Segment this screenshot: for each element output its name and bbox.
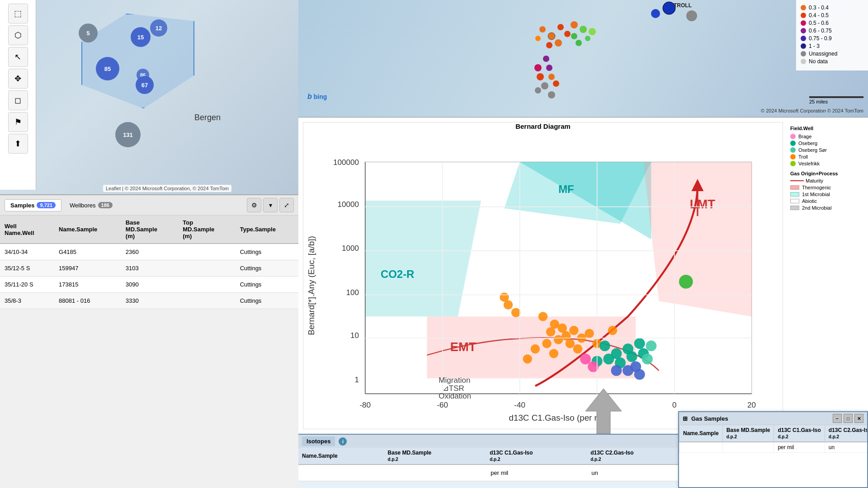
pointer-tool[interactable]: ↖ bbox=[8, 47, 28, 67]
legend-dot bbox=[801, 36, 806, 41]
field-well-item: Oseberg Sør bbox=[790, 147, 860, 153]
move-tool[interactable]: ✥ bbox=[8, 69, 28, 89]
samples-badge: 9,721 bbox=[37, 202, 56, 208]
legend-item: 1 - 3 bbox=[801, 43, 863, 49]
troll-label: TROLL bbox=[674, 2, 692, 9]
dropdown-button[interactable]: ▾ bbox=[263, 198, 278, 212]
settings-button[interactable]: ⚙ bbox=[247, 198, 261, 212]
table-row: 35/11-20 S 173815 3090 Cuttings bbox=[0, 277, 298, 293]
svg-point-50 bbox=[573, 344, 583, 354]
map-cluster-15: 15 bbox=[131, 27, 151, 47]
gs-col-base-md: Base MD.Sampled.p.2 bbox=[722, 425, 774, 442]
cell-well: 34/10-34 bbox=[0, 244, 54, 260]
map-cluster-5: 5 bbox=[79, 23, 98, 42]
iso-unit-2 bbox=[384, 465, 486, 481]
field-well-item: Troll bbox=[790, 154, 860, 160]
svg-text:10000: 10000 bbox=[338, 200, 359, 209]
lasso-tool[interactable]: ⬡ bbox=[8, 25, 28, 45]
process-item: Thermogenic bbox=[790, 185, 860, 190]
legend-label: Unassigned bbox=[809, 51, 837, 57]
upload-tool[interactable]: ⬆ bbox=[8, 134, 28, 154]
restore-button[interactable]: □ bbox=[844, 414, 853, 423]
gs-col-name: Name.Sample bbox=[679, 425, 723, 442]
svg-point-7 bbox=[571, 21, 578, 28]
map-cluster-85: 85 bbox=[96, 57, 119, 80]
maturity-label: Maturity bbox=[806, 178, 823, 183]
field-well-dot bbox=[790, 141, 796, 146]
svg-point-18 bbox=[541, 82, 548, 89]
svg-point-12 bbox=[589, 28, 596, 35]
eraser-tool[interactable]: ◻ bbox=[8, 90, 28, 110]
field-well-dot bbox=[790, 161, 796, 166]
gas-samples-titlebar: ⊞ Gas Samples − □ ✕ bbox=[679, 412, 867, 425]
svg-point-52 bbox=[523, 354, 533, 364]
legend-dot bbox=[801, 13, 806, 18]
svg-point-71 bbox=[611, 365, 622, 376]
legend-label: 1 - 3 bbox=[809, 43, 820, 49]
cell-name: 88081 - 016 bbox=[54, 293, 121, 309]
left-panel: ⬚ ⬡ ↖ ✥ ◻ ⚑ ⬆ 5 12 15 85 86 67 131 Berge… bbox=[0, 0, 298, 488]
svg-point-4 bbox=[555, 39, 562, 47]
cell-well: 35/11-20 S bbox=[0, 277, 54, 293]
col-name-sample: Name.Sample bbox=[54, 216, 121, 244]
cell-type: Cuttings bbox=[236, 244, 298, 260]
tab-samples[interactable]: Samples 9,721 bbox=[5, 199, 61, 211]
bing-map: TROLL 25 miles b bing © 2024 Microsoft C… bbox=[298, 0, 868, 117]
svg-point-63 bbox=[623, 343, 633, 354]
svg-point-47 bbox=[585, 329, 594, 338]
svg-point-53 bbox=[511, 308, 521, 318]
svg-point-55 bbox=[500, 292, 509, 302]
gs-col-d13c-c2: d13C C2.Gas-Isod.p.2 bbox=[825, 425, 867, 442]
close-button[interactable]: ✕ bbox=[854, 414, 863, 423]
select-box-tool[interactable]: ⬚ bbox=[8, 4, 28, 23]
expand-button[interactable]: ⤢ bbox=[279, 198, 294, 212]
svg-marker-30 bbox=[643, 162, 751, 316]
flag-tool[interactable]: ⚑ bbox=[8, 112, 28, 132]
tab-wellbores[interactable]: Wellbores 186 bbox=[64, 200, 118, 211]
col-type-sample: Type.Sample bbox=[236, 216, 298, 244]
gs-unit-2 bbox=[722, 442, 774, 453]
field-well-item: Brage bbox=[790, 134, 860, 139]
process-label: Abiotic bbox=[802, 198, 817, 204]
table-row: 35/8-3 88081 - 016 3330 Cuttings bbox=[0, 293, 298, 309]
bernard-legend: Field.Well BrageOsebergOseberg SørTrollV… bbox=[787, 122, 863, 429]
field-well-item: Oseberg bbox=[790, 141, 860, 146]
arrow-indicator bbox=[585, 389, 622, 434]
gs-unit-4: un bbox=[825, 442, 867, 453]
svg-text:-40: -40 bbox=[514, 401, 525, 409]
field-well-label: Oseberg bbox=[798, 141, 817, 146]
legend-item: 0.75 - 0.9 bbox=[801, 35, 863, 42]
svg-point-9 bbox=[580, 26, 587, 33]
process-label: 1st Microbial bbox=[802, 192, 830, 197]
field-well-label: Veslefrikk bbox=[798, 161, 820, 166]
svg-point-8 bbox=[571, 33, 577, 39]
field-well-dot bbox=[790, 134, 796, 139]
svg-text:0: 0 bbox=[672, 401, 677, 409]
process-swatch bbox=[790, 199, 799, 203]
process-item: Abiotic bbox=[790, 198, 860, 204]
svg-point-21 bbox=[548, 91, 555, 99]
field-well-title: Field.Well bbox=[790, 126, 860, 131]
legend-label: 0.3 - 0.4 bbox=[809, 5, 829, 11]
col-d13c-c2: d13C C2.Gas-Isod.p.2 bbox=[587, 448, 688, 465]
map-cluster-131: 131 bbox=[115, 122, 141, 147]
legend-dot bbox=[801, 43, 806, 49]
svg-point-44 bbox=[542, 339, 552, 348]
svg-point-69 bbox=[623, 365, 633, 376]
field-well-dot bbox=[790, 154, 796, 160]
svg-point-24 bbox=[686, 10, 697, 21]
map-cluster-12: 12 bbox=[150, 19, 167, 37]
svg-point-15 bbox=[546, 65, 552, 71]
table-row: 35/12-5 S 159947 3103 Cuttings bbox=[0, 260, 298, 277]
col-well-name: WellName.Well bbox=[0, 216, 54, 244]
minimize-button[interactable]: − bbox=[833, 414, 842, 423]
legend-item: 0.5 - 0.6 bbox=[801, 20, 863, 26]
process-item: 2nd Microbial bbox=[790, 205, 860, 211]
svg-text:EMT: EMT bbox=[450, 340, 476, 354]
svg-text:-60: -60 bbox=[437, 401, 448, 409]
legend-item: 0.4 - 0.5 bbox=[801, 12, 863, 19]
scale-line bbox=[809, 96, 863, 98]
col-name-sample-iso: Name.Sample bbox=[298, 448, 384, 465]
svg-point-40 bbox=[546, 327, 556, 337]
gas-samples-label: Gas Samples bbox=[691, 415, 728, 422]
